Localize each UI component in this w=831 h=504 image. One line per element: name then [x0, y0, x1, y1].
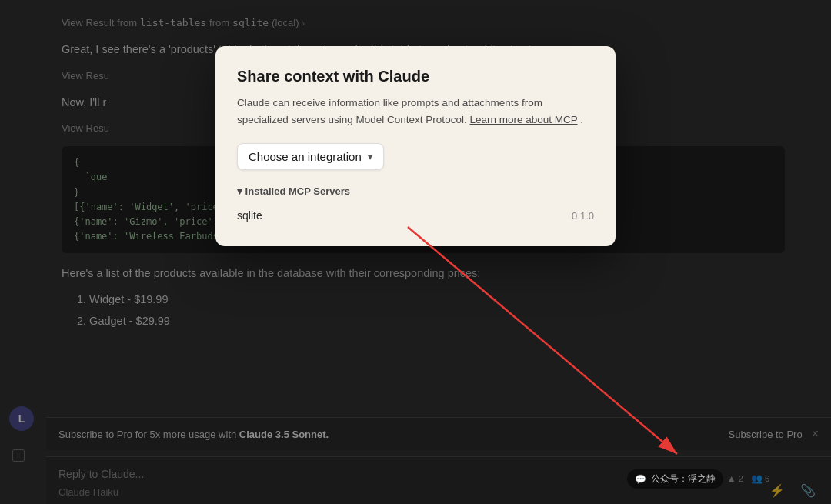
modal-title: Share context with Claude [237, 68, 594, 85]
mcp-item: sqlite 0.1.0 [237, 206, 594, 225]
mcp-item-version: 0.1.0 [572, 210, 594, 222]
modal-description: Claude can receive information like prom… [237, 95, 594, 128]
integration-dropdown[interactable]: Choose an integration ▾ [237, 143, 384, 170]
modal-desc-end: . [580, 114, 583, 125]
dropdown-label: Choose an integration [249, 150, 362, 163]
modal-overlay[interactable]: Share context with Claude Claude can rec… [0, 0, 831, 504]
learn-more-link[interactable]: Learn more about MCP [469, 114, 577, 125]
mcp-item-name: sqlite [237, 209, 262, 222]
wechat-icon: 💬 [635, 474, 646, 485]
mcp-section-title: ▾ Installed MCP Servers [237, 185, 594, 197]
modal-dialog: Share context with Claude Claude can rec… [215, 46, 616, 246]
dropdown-chevron-icon: ▾ [368, 152, 372, 162]
watermark: 💬 公众号：浮之静 [627, 469, 723, 489]
watermark-text: 公众号：浮之静 [651, 472, 716, 486]
